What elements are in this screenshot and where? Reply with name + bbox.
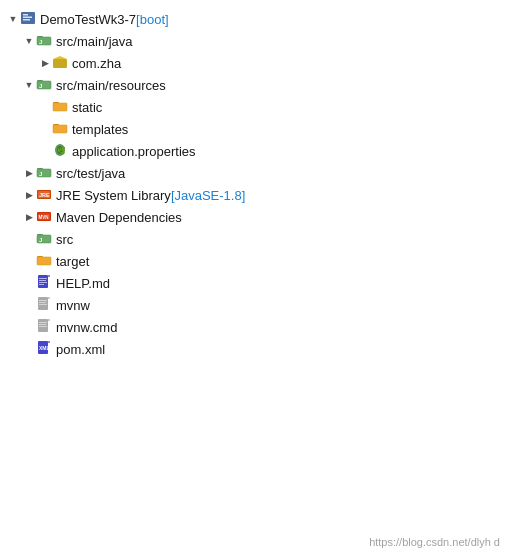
expand-arrow-right[interactable] [22, 188, 36, 202]
svg-text:J: J [39, 171, 42, 177]
icon-properties: 🌿 [52, 142, 72, 161]
tree-item-label: src/main/java [56, 34, 133, 49]
icon-file [36, 318, 56, 337]
icon-jre: JRE [36, 186, 56, 205]
svg-text:MVN: MVN [39, 214, 49, 219]
tree-item-label: src [56, 232, 73, 247]
tree-item-mvnw[interactable]: mvnw [4, 294, 508, 316]
icon-folder [52, 120, 72, 139]
tree-item-label: com.zha [72, 56, 121, 71]
svg-text:J: J [39, 39, 42, 45]
expand-arrow-right[interactable] [38, 56, 52, 70]
svg-text:🌿: 🌿 [57, 146, 66, 155]
tree-item-label: src/test/java [56, 166, 125, 181]
svg-text:JRE: JRE [39, 191, 50, 197]
icon-src-folder: J [36, 164, 56, 183]
svg-rect-16 [53, 103, 67, 111]
icon-folder [36, 252, 56, 271]
tree-item-maven-dependencies[interactable]: MVN Maven Dependencies [4, 206, 508, 228]
tree-item-src-test-java[interactable]: J src/test/java [4, 162, 508, 184]
tree-item-root[interactable]: DemoTestWk3-7 [boot] [4, 8, 508, 30]
expand-arrow-down[interactable] [22, 78, 36, 92]
tree-item-label: src/main/resources [56, 78, 166, 93]
tree-item-label: application.properties [72, 144, 196, 159]
tree-item-com-zha[interactable]: com.zha [4, 52, 508, 74]
svg-rect-48 [48, 297, 50, 299]
tree-item-help-md[interactable]: HELP.md [4, 272, 508, 294]
svg-rect-54 [39, 322, 47, 323]
tree-item-src-main-java[interactable]: J src/main/java [4, 30, 508, 52]
svg-rect-3 [23, 19, 30, 21]
svg-rect-39 [37, 257, 51, 265]
tree-item-label: target [56, 254, 89, 269]
svg-marker-9 [53, 56, 67, 59]
tree-item-pom-xml[interactable]: XML pom.xml [4, 338, 508, 360]
tree-item-label: pom.xml [56, 342, 105, 357]
svg-rect-2 [23, 16, 32, 18]
project-tree: DemoTestWk3-7 [boot] J src/main/java com… [0, 0, 512, 368]
watermark: https://blog.csdn.net/dlyh d [369, 536, 500, 548]
svg-rect-47 [38, 297, 48, 310]
tree-item-target[interactable]: target [4, 250, 508, 272]
tree-item-label: Maven Dependencies [56, 210, 182, 225]
icon-xml: XML [36, 340, 56, 359]
svg-rect-51 [39, 304, 47, 305]
tree-item-src[interactable]: J src [4, 228, 508, 250]
svg-rect-55 [39, 324, 46, 325]
svg-rect-45 [39, 282, 47, 283]
tree-item-jre-system-library[interactable]: JRE JRE System Library [JavaSE-1.8] [4, 184, 508, 206]
icon-project [20, 10, 40, 29]
svg-rect-52 [38, 319, 48, 332]
svg-rect-53 [48, 319, 50, 321]
tree-item-label: HELP.md [56, 276, 110, 291]
svg-rect-41 [38, 275, 48, 288]
expand-arrow-right[interactable] [22, 210, 36, 224]
icon-src-folder: J [36, 76, 56, 95]
svg-text:J: J [39, 83, 42, 89]
svg-rect-50 [39, 302, 46, 303]
svg-rect-19 [53, 125, 67, 133]
icon-package [52, 54, 72, 73]
svg-text:XML: XML [39, 345, 50, 351]
tree-item-label: mvnw [56, 298, 90, 313]
icon-maven: MVN [36, 208, 56, 227]
svg-rect-49 [39, 300, 47, 301]
svg-rect-1 [23, 14, 28, 16]
svg-rect-44 [39, 280, 46, 281]
tree-item-label: JRE System Library [56, 188, 171, 203]
svg-rect-56 [39, 326, 47, 327]
icon-src-folder: J [36, 32, 56, 51]
expand-arrow-down[interactable] [22, 34, 36, 48]
tree-item-badge: [JavaSE-1.8] [171, 188, 245, 203]
icon-md [36, 274, 56, 293]
icon-src-folder: J [36, 230, 56, 249]
expand-arrow-right[interactable] [22, 166, 36, 180]
svg-rect-58 [48, 341, 50, 343]
tree-item-label: DemoTestWk3-7 [40, 12, 136, 27]
tree-item-application-properties[interactable]: 🌿 application.properties [4, 140, 508, 162]
tree-item-mvnw-cmd[interactable]: mvnw.cmd [4, 316, 508, 338]
tree-item-templates[interactable]: templates [4, 118, 508, 140]
tree-item-label: templates [72, 122, 128, 137]
tree-item-src-main-resources[interactable]: J src/main/resources [4, 74, 508, 96]
tree-item-static[interactable]: static [4, 96, 508, 118]
tree-item-badge: [boot] [136, 12, 169, 27]
svg-rect-10 [57, 59, 63, 62]
svg-rect-42 [48, 275, 50, 277]
svg-rect-43 [39, 278, 47, 279]
expand-arrow-down[interactable] [6, 12, 20, 26]
tree-item-label: static [72, 100, 102, 115]
svg-rect-46 [39, 284, 44, 285]
icon-folder [52, 98, 72, 117]
svg-text:J: J [39, 237, 42, 243]
tree-item-label: mvnw.cmd [56, 320, 117, 335]
icon-file [36, 296, 56, 315]
